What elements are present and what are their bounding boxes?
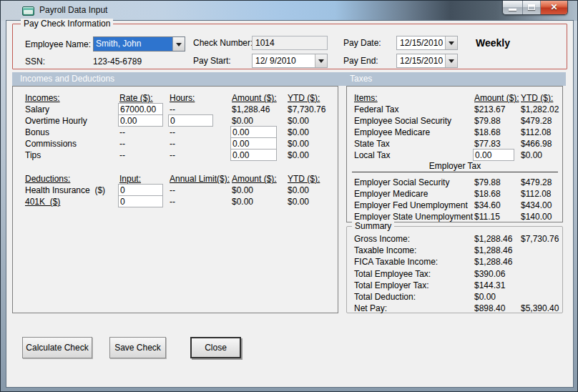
deductions-col-input: Input: bbox=[119, 173, 141, 185]
salary-rate-input[interactable] bbox=[118, 103, 163, 115]
deductions-col-amount: Amount ($): bbox=[232, 173, 277, 185]
tax-ytd: $140.00 bbox=[521, 211, 552, 222]
401k-input[interactable] bbox=[118, 195, 163, 207]
income-rate: -- bbox=[119, 127, 125, 138]
pay-end-dropdown-button[interactable] bbox=[445, 54, 457, 67]
deduction-401k-link[interactable]: 401K ($) bbox=[25, 196, 60, 207]
summary-group: Summary Gross Income: $1,288.46 $7,730.7… bbox=[346, 226, 563, 313]
employer-tax-row-medicare: Employer Medicare $18.68 $112.08 bbox=[347, 188, 562, 200]
close-window-button[interactable]: ✕ bbox=[541, 1, 567, 14]
pay-start-picker[interactable]: 12/ 9/2010 bbox=[252, 54, 328, 68]
deductions-col-limit: Annual Limit($): bbox=[170, 173, 230, 185]
income-ytd: $7,730.76 bbox=[288, 104, 325, 115]
section-header-band: Incomes and Deductions Taxes bbox=[12, 72, 566, 86]
tax-ytd: $112.08 bbox=[521, 188, 552, 200]
close-button[interactable]: Close bbox=[190, 337, 241, 358]
employer-tax-row-ss: Employer Social Security $79.88 $479.28 bbox=[347, 177, 562, 188]
calculate-check-button[interactable]: Calculate Check bbox=[22, 337, 92, 358]
taxes-col-item: Items: bbox=[354, 92, 378, 104]
incomes-col-rate: Rate ($): bbox=[119, 92, 153, 104]
maximize-button[interactable] bbox=[523, 1, 541, 14]
summary-row-fica: FICA Taxable Income: $1,288.46 bbox=[347, 256, 562, 268]
check-number-label: Check Number: bbox=[193, 38, 253, 48]
section-incomes-deductions-title: Incomes and Deductions bbox=[20, 72, 114, 86]
summary-amount: $1,288.46 bbox=[474, 245, 512, 256]
employee-name-label: Employee Name: bbox=[25, 39, 91, 49]
income-label: Tips bbox=[25, 150, 41, 161]
health-insurance-input[interactable] bbox=[118, 184, 163, 196]
summary-label: Total Employee Tax: bbox=[354, 268, 431, 280]
check-number-field[interactable]: 1014 bbox=[252, 36, 328, 50]
pay-date-dropdown-button[interactable] bbox=[445, 36, 457, 49]
income-ytd: $0.00 bbox=[288, 115, 309, 127]
ssn-label: SSN: bbox=[25, 57, 45, 67]
taxes-header-row: Items: Amount ($): YTD ($): bbox=[347, 92, 562, 104]
pay-end-value: 12/15/2010 bbox=[397, 54, 445, 67]
tax-amount: $79.88 bbox=[474, 177, 501, 188]
minimize-button[interactable] bbox=[503, 1, 523, 14]
summary-group-label: Summary bbox=[352, 221, 394, 231]
income-hours: -- bbox=[170, 150, 175, 161]
dialog-client-area: Pay Check Information Employee Name: Smi… bbox=[6, 21, 573, 387]
tax-ytd: $479.28 bbox=[521, 115, 552, 127]
summary-label: Total Deduction: bbox=[354, 291, 416, 303]
payroll-dialog-window: Payroll Data Input ✕ Pay Check Informati… bbox=[0, 0, 578, 392]
income-ytd: $0.00 bbox=[288, 150, 309, 161]
summary-label: Total Employer Tax: bbox=[354, 280, 429, 291]
employee-name-combobox[interactable]: Smith, John bbox=[93, 36, 185, 52]
incomes-header-row: Incomes: Rate ($): Hours: Amount ($): YT… bbox=[13, 92, 338, 104]
paycheck-info-group: Pay Check Information Employee Name: Smi… bbox=[12, 24, 567, 69]
minimize-icon bbox=[509, 9, 516, 11]
summary-amount: $0.00 bbox=[474, 291, 496, 303]
summary-amount: $898.40 bbox=[474, 303, 505, 314]
tax-label: Employer Medicare bbox=[354, 188, 428, 200]
tax-row-employee-medicare: Employee Medicare $18.68 $112.08 bbox=[347, 127, 562, 138]
title-bar: Payroll Data Input ✕ bbox=[1, 1, 577, 21]
income-row-tips: Tips -- -- $0.00 bbox=[13, 150, 338, 161]
pay-end-label: Pay End: bbox=[343, 56, 378, 66]
employee-name-dropdown-button[interactable] bbox=[172, 37, 185, 51]
summary-amount: $390.06 bbox=[474, 268, 505, 280]
income-label: Commissions bbox=[25, 138, 77, 150]
local-tax-input[interactable] bbox=[473, 149, 514, 161]
pay-start-dropdown-button[interactable] bbox=[315, 54, 327, 67]
commissions-amount-input[interactable] bbox=[230, 137, 277, 150]
tax-ytd: $466.98 bbox=[521, 138, 552, 150]
taxes-panel: Items: Amount ($): YTD ($): Federal Tax … bbox=[346, 86, 563, 222]
deduction-amount: $0.00 bbox=[232, 196, 253, 207]
tax-amount: $77.83 bbox=[474, 138, 501, 150]
pay-end-picker[interactable]: 12/15/2010 bbox=[396, 54, 458, 68]
income-row-salary: Salary -- $1,288.46 $7,730.76 bbox=[13, 104, 338, 115]
income-ytd: $0.00 bbox=[288, 138, 309, 150]
overtime-rate-input[interactable] bbox=[118, 114, 163, 127]
chevron-down-icon bbox=[449, 59, 454, 63]
income-label: Overtime Hourly bbox=[25, 115, 87, 127]
tips-amount-input[interactable] bbox=[230, 149, 277, 161]
summary-amount: $144.31 bbox=[474, 280, 505, 291]
chevron-down-icon bbox=[449, 41, 454, 45]
tax-row-local: Local Tax $0.00 bbox=[347, 150, 562, 161]
tax-label: Federal Tax bbox=[354, 104, 398, 115]
deduction-row-health: Health Insurance ($) -- $0.00 $0.00 bbox=[13, 185, 338, 196]
tax-label: State Tax bbox=[354, 138, 390, 150]
income-label: Bonus bbox=[25, 127, 49, 138]
summary-label: Net Pay: bbox=[354, 303, 387, 314]
section-taxes-title: Taxes bbox=[350, 72, 372, 86]
pay-date-picker[interactable]: 12/15/2010 bbox=[396, 36, 458, 50]
income-hours: -- bbox=[170, 104, 175, 115]
overtime-hours-input[interactable] bbox=[168, 114, 213, 127]
app-icon bbox=[22, 6, 34, 16]
summary-ytd: $5,390.40 bbox=[521, 303, 559, 314]
tax-row-employee-ss: Employee Social Security $79.88 $479.28 bbox=[347, 115, 562, 127]
bonus-amount-input[interactable] bbox=[230, 126, 277, 138]
summary-amount: $1,288.46 bbox=[474, 256, 512, 268]
summary-row-net-pay: Net Pay: $898.40 $5,390.40 bbox=[347, 303, 562, 314]
tax-ytd: $0.00 bbox=[521, 150, 542, 161]
summary-row-taxable: Taxable Income: $1,288.46 bbox=[347, 245, 562, 256]
deductions-header-row: Deductions: Input: Annual Limit($): Amou… bbox=[13, 173, 338, 185]
tax-ytd: $434.00 bbox=[521, 200, 552, 211]
save-check-button[interactable]: Save Check bbox=[109, 337, 166, 358]
income-rate: -- bbox=[119, 150, 125, 161]
deduction-row-401k: 401K ($) -- $0.00 $0.00 bbox=[13, 196, 338, 207]
summary-label: FICA Taxable Income: bbox=[354, 256, 438, 268]
